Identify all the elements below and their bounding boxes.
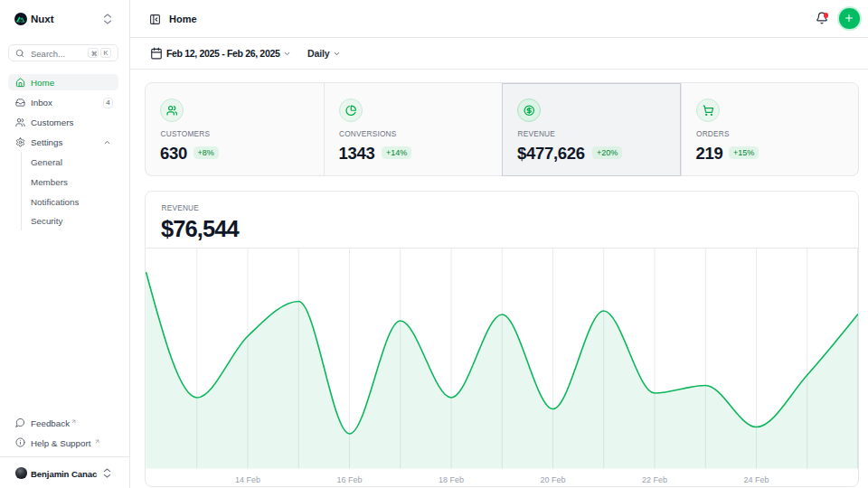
svg-text:14 Feb: 14 Feb xyxy=(235,475,260,484)
svg-text:24 Feb: 24 Feb xyxy=(743,475,769,484)
svg-text:18 Feb: 18 Feb xyxy=(439,475,464,484)
svg-text:22 Feb: 22 Feb xyxy=(642,475,667,484)
svg-text:16 Feb: 16 Feb xyxy=(336,475,362,484)
svg-text:20 Feb: 20 Feb xyxy=(540,475,565,484)
